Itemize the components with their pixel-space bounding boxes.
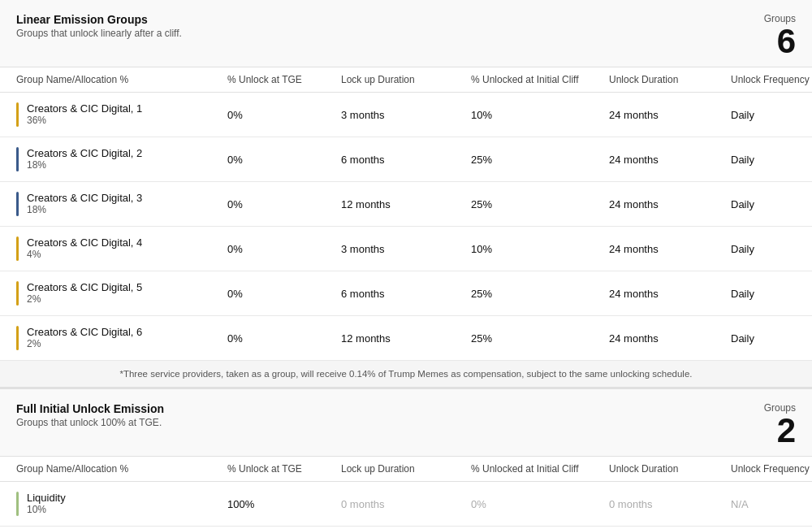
full-col-header-unlock-tge: % Unlock at TGE: [227, 463, 341, 475]
table-row: Creators & CIC Digital, 1 36% 0% 3 month…: [0, 93, 812, 137]
full-table: Group Name/Allocation % % Unlock at TGE …: [0, 456, 812, 529]
cell-unlock-freq: Daily: [731, 198, 812, 210]
cell-unlock-duration: 24 months: [609, 332, 731, 345]
cell-unlock-freq: N/A: [731, 498, 812, 510]
linear-groups-block: Groups 6: [764, 13, 796, 59]
cell-unlock-cliff: 25%: [471, 288, 609, 300]
group-name-pct: 18%: [27, 204, 142, 215]
cell-unlock-cliff: 10%: [471, 109, 609, 121]
group-name-pct: 2%: [27, 293, 142, 305]
group-name-cell: Creators & CIC Digital, 2 18%: [16, 137, 227, 181]
group-name-text: Creators & CIC Digital, 4 4%: [27, 236, 142, 260]
cell-unlock-freq: Daily: [731, 332, 812, 345]
group-name-text: Creators & CIC Digital, 2 18%: [27, 147, 142, 171]
group-name-text: Liquidity 10%: [27, 492, 66, 515]
group-name-main: Creators & CIC Digital, 1: [27, 102, 142, 115]
cell-unlock-tge: 0%: [227, 332, 341, 345]
group-name-pct: 18%: [27, 159, 142, 171]
linear-table-body: Creators & CIC Digital, 1 36% 0% 3 month…: [0, 93, 812, 361]
group-color-bar: [16, 326, 19, 350]
table-row: Creators & CIC Digital, 2 18% 0% 6 month…: [0, 137, 812, 182]
group-name-text: Creators & CIC Digital, 5 2%: [27, 281, 142, 305]
linear-table: Group Name/Allocation % % Unlock at TGE …: [0, 67, 812, 388]
group-color-bar: [16, 192, 19, 216]
linear-subtitle: Groups that unlock linearly after a clif…: [16, 28, 182, 39]
full-col-header-unlock-dur: Unlock Duration: [609, 463, 731, 475]
cell-unlock-cliff: 25%: [471, 154, 609, 166]
full-col-header-unlock-freq: Unlock Frequency: [731, 463, 812, 475]
full-table-body: Liquidity 10% 100% 0 months 0% 0 months …: [0, 482, 812, 529]
cell-lockup-duration: 12 months: [341, 332, 471, 345]
group-name-cell: Creators & CIC Digital, 5 2%: [16, 271, 227, 315]
cell-lockup-duration: 6 months: [341, 154, 471, 166]
group-name-cell: Liquidity 10%: [16, 482, 227, 526]
group-name-pct: 36%: [27, 115, 142, 126]
linear-groups-count: 6: [764, 24, 796, 59]
full-section-header: Full Initial Unlock Emission Groups that…: [0, 388, 812, 456]
linear-title: Linear Emission Groups: [16, 13, 182, 26]
full-groups-block: Groups 2: [764, 402, 796, 448]
group-name-main: Creators & CIC Digital, 3: [27, 192, 142, 204]
cell-lockup-duration: 0 months: [341, 498, 471, 510]
table-row: Creators & CIC Digital, 4 4% 0% 3 months…: [0, 227, 812, 271]
group-color-bar: [16, 281, 19, 306]
group-color-bar: [16, 236, 19, 261]
group-name-text: Creators & CIC Digital, 3 18%: [27, 192, 142, 215]
cell-unlock-freq: Daily: [731, 109, 812, 121]
group-name-main: Creators & CIC Digital, 5: [27, 281, 142, 293]
group-name-text: Creators & CIC Digital, 1 36%: [27, 102, 142, 126]
col-header-lockup: Lock up Duration: [341, 74, 471, 85]
group-name-pct: 2%: [27, 338, 142, 349]
cell-unlock-tge: 0%: [227, 109, 341, 121]
cell-lockup-duration: 3 months: [341, 243, 471, 255]
col-header-group-name: Group Name/Allocation %: [16, 74, 227, 85]
linear-section-header: Linear Emission Groups Groups that unloc…: [0, 0, 812, 67]
full-table-header: Group Name/Allocation % % Unlock at TGE …: [0, 456, 812, 482]
group-name-cell: Creators & CIC Digital, 6 2%: [16, 316, 227, 360]
cell-unlock-tge: 100%: [227, 498, 341, 510]
full-col-header-lockup: Lock up Duration: [341, 463, 471, 475]
full-title: Full Initial Unlock Emission: [16, 402, 164, 415]
cell-unlock-freq: Daily: [731, 154, 812, 166]
group-name-main: Creators & CIC Digital, 2: [27, 147, 142, 159]
table-row: Creators & CIC Digital, 3 18% 0% 12 mont…: [0, 182, 812, 227]
col-header-unlock-dur: Unlock Duration: [609, 74, 731, 85]
full-groups-count: 2: [764, 414, 796, 448]
table-row: Creators & CIC Digital, 5 2% 0% 6 months…: [0, 271, 812, 316]
linear-table-header: Group Name/Allocation % % Unlock at TGE …: [0, 67, 812, 93]
page: Linear Emission Groups Groups that unloc…: [0, 0, 812, 529]
cell-unlock-tge: 0%: [227, 288, 341, 300]
table-row: Liquidity 10% 100% 0 months 0% 0 months …: [0, 482, 812, 527]
group-color-bar: [16, 492, 19, 516]
cell-unlock-duration: 24 months: [609, 243, 731, 255]
cell-unlock-duration: 24 months: [609, 154, 731, 166]
cell-unlock-freq: Daily: [731, 243, 812, 255]
full-col-header-cliff: % Unlocked at Initial Cliff: [471, 463, 609, 475]
cell-unlock-tge: 0%: [227, 243, 341, 255]
cell-unlock-tge: 0%: [227, 198, 341, 210]
linear-footnote: *Three service providers, taken as a gro…: [0, 361, 812, 388]
group-name-pct: 4%: [27, 249, 142, 260]
group-color-bar: [16, 147, 19, 171]
col-header-unlock-freq: Unlock Frequency: [731, 74, 812, 85]
table-row: Creators & CIC Digital, 6 2% 0% 12 month…: [0, 316, 812, 361]
cell-unlock-freq: Daily: [731, 288, 812, 300]
col-header-unlock-tge: % Unlock at TGE: [227, 74, 341, 85]
cell-unlock-tge: 0%: [227, 154, 341, 166]
cell-unlock-cliff: 0%: [471, 498, 609, 510]
cell-lockup-duration: 6 months: [341, 288, 471, 300]
cell-unlock-cliff: 25%: [471, 332, 609, 345]
full-subtitle: Groups that unlock 100% at TGE.: [16, 417, 164, 428]
group-name-main: Liquidity: [27, 492, 66, 504]
cell-unlock-duration: 24 months: [609, 109, 731, 121]
full-col-header-group-name: Group Name/Allocation %: [16, 463, 227, 475]
cell-unlock-duration: 0 months: [609, 498, 731, 510]
group-name-cell: Creators & CIC Digital, 3 18%: [16, 182, 227, 226]
cell-lockup-duration: 12 months: [341, 198, 471, 210]
cell-unlock-cliff: 10%: [471, 243, 609, 255]
cell-unlock-duration: 24 months: [609, 198, 731, 210]
cell-lockup-duration: 3 months: [341, 109, 471, 121]
col-header-cliff: % Unlocked at Initial Cliff: [471, 74, 609, 85]
group-name-pct: 10%: [27, 504, 66, 515]
cell-unlock-duration: 24 months: [609, 288, 731, 300]
